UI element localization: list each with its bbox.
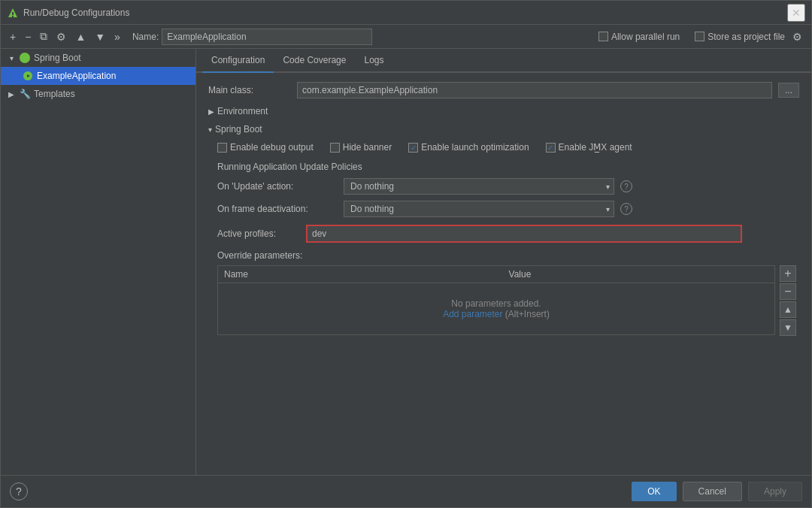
templates-expand-arrow: ▶ (7, 90, 16, 98)
params-empty: No parameters added. Add parameter (Alt+… (224, 286, 768, 331)
store-project-gear-button[interactable]: ⚙ (789, 29, 805, 44)
tab-configuration[interactable]: Configuration (202, 49, 274, 73)
store-project-label: Store as project file (707, 32, 785, 42)
enable-jmx-label: Enable JM̲X agent (559, 142, 632, 153)
sidebar-item-spring-boot-group[interactable]: ▾ Spring Boot (1, 49, 195, 67)
profile-input-wrapper (306, 225, 742, 243)
main-content: ▾ Spring Boot ExampleApplication ▶ 🔧 Tem… (1, 49, 811, 475)
enable-launch-item: Enable launch optimization (408, 142, 529, 153)
name-label: Name: (132, 32, 159, 42)
on-update-row: On 'Update' action: Do nothing Update cl… (217, 178, 799, 195)
cancel-button[interactable]: Cancel (683, 482, 742, 501)
allow-parallel-row: Allow parallel run (598, 32, 680, 42)
on-update-label: On 'Update' action: (217, 181, 338, 192)
title-bar: Run/Debug Configurations ✕ (1, 1, 811, 25)
spring-boot-expand-arrow: ▾ (7, 54, 16, 62)
sidebar-item-templates-label: Templates (34, 89, 75, 99)
remove-config-button[interactable]: − (22, 29, 34, 44)
tabs-bar: Configuration Code Coverage Logs (196, 49, 811, 73)
active-profiles-row: Active profiles: (217, 225, 799, 243)
table-remove-button[interactable]: − (780, 283, 796, 300)
spring-boot-options-row: Enable debug output Hide banner Enable l… (217, 142, 799, 153)
enable-debug-checkbox[interactable] (217, 143, 227, 153)
params-table: Name Value No parameters added. (217, 265, 775, 335)
svg-rect-1 (12, 12, 14, 15)
apply-button[interactable]: Apply (748, 482, 802, 501)
add-param-shortcut: (Alt+Insert) (505, 309, 550, 319)
store-project-checkbox[interactable] (695, 32, 704, 41)
name-input[interactable] (162, 29, 372, 45)
environment-section-header[interactable]: ▶ Environment (208, 106, 799, 116)
policies-title: Running Application Update Policies (217, 162, 799, 172)
enable-launch-checkbox[interactable] (408, 143, 418, 153)
templates-icon: 🔧 (19, 88, 31, 100)
sidebar-item-spring-boot-label: Spring Boot (34, 53, 81, 63)
main-class-row: Main class: ... (208, 82, 799, 98)
col-header-name: Name (218, 266, 503, 283)
toolbar: + − ⧉ ⚙ ▲ ▼ » Name: Allow parallel run S… (1, 25, 811, 49)
spring-boot-section-header[interactable]: ▾ Spring Boot (208, 124, 799, 135)
run-debug-dialog: Run/Debug Configurations ✕ + − ⧉ ⚙ ▲ ▼ »… (0, 0, 812, 508)
add-parameter-link[interactable]: Add parameter (443, 309, 505, 319)
hide-banner-item: Hide banner (330, 142, 392, 153)
col-header-value: Value (503, 266, 775, 283)
spring-boot-icon (19, 52, 31, 64)
help-button[interactable]: ? (10, 482, 28, 500)
main-class-input[interactable] (297, 82, 772, 98)
on-frame-help-icon[interactable]: ? (620, 203, 632, 215)
no-params-label: No parameters added. (451, 298, 541, 309)
tab-logs[interactable]: Logs (355, 49, 392, 73)
bottom-left: ? (10, 482, 28, 500)
ok-button[interactable]: OK (632, 482, 676, 501)
browse-main-class-button[interactable]: ... (778, 83, 799, 98)
move-up-button[interactable]: ▲ (72, 29, 89, 44)
spring-boot-section-arrow: ▾ (208, 125, 212, 134)
enable-jmx-checkbox[interactable] (546, 143, 556, 153)
right-panel: Configuration Code Coverage Logs Main cl… (196, 49, 811, 475)
policies-section: Running Application Update Policies On '… (217, 162, 799, 217)
sidebar-item-example-app-label: ExampleApplication (37, 71, 116, 81)
allow-parallel-label: Allow parallel run (611, 32, 680, 42)
override-parameters-section: Override parameters: Name Value (217, 250, 799, 335)
spring-boot-section-label: Spring Boot (215, 124, 262, 135)
active-profiles-input[interactable] (306, 225, 742, 243)
on-frame-select-wrapper: Do nothing Update classes and resources … (344, 201, 614, 217)
bottom-bar: ? OK Cancel Apply (1, 475, 811, 507)
enable-jmx-item: Enable JM̲X agent (546, 142, 632, 153)
more-options-button[interactable]: » (111, 29, 123, 44)
allow-parallel-checkbox[interactable] (598, 32, 608, 41)
settings-config-button[interactable]: ⚙ (53, 29, 69, 44)
enable-debug-item: Enable debug output (217, 142, 314, 153)
copy-config-button[interactable]: ⧉ (37, 29, 50, 44)
store-project-row: Store as project file ⚙ (695, 29, 805, 44)
bottom-right: OK Cancel Apply (632, 482, 802, 501)
on-update-select[interactable]: Do nothing Update classes and resources … (344, 178, 614, 195)
on-update-help-icon[interactable]: ? (620, 180, 632, 192)
table-down-button[interactable]: ▼ (780, 319, 796, 336)
dialog-icon (7, 7, 19, 19)
hide-banner-label: Hide banner (343, 142, 392, 153)
on-frame-select[interactable]: Do nothing Update classes and resources … (344, 201, 614, 217)
move-down-button[interactable]: ▼ (92, 29, 108, 44)
close-button[interactable]: ✕ (787, 4, 805, 22)
sidebar-item-templates[interactable]: ▶ 🔧 Templates (1, 85, 195, 103)
table-up-button[interactable]: ▲ (780, 301, 796, 318)
spring-boot-section-content: Enable debug output Hide banner Enable l… (217, 142, 799, 335)
tab-code-coverage[interactable]: Code Coverage (274, 49, 355, 73)
dialog-title: Run/Debug Configurations (23, 8, 787, 18)
active-profiles-label: Active profiles: (217, 228, 300, 239)
table-add-button[interactable]: + (780, 265, 796, 282)
sidebar-item-example-app[interactable]: ExampleApplication (1, 67, 195, 85)
environment-arrow: ▶ (208, 107, 214, 116)
sidebar: ▾ Spring Boot ExampleApplication ▶ 🔧 Tem… (1, 49, 196, 475)
override-label: Override parameters: (217, 250, 799, 261)
on-frame-label: On frame deactivation: (217, 204, 338, 214)
main-class-label: Main class: (208, 85, 291, 95)
on-frame-row: On frame deactivation: Do nothing Update… (217, 201, 799, 217)
enable-debug-label: Enable debug output (230, 142, 314, 153)
add-config-button[interactable]: + (7, 29, 19, 44)
config-panel: Main class: ... ▶ Environment ▾ Spring B… (196, 73, 811, 475)
params-empty-cell: No parameters added. Add parameter (Alt+… (218, 283, 775, 335)
hide-banner-checkbox[interactable] (330, 143, 340, 153)
on-update-select-wrapper: Do nothing Update classes and resources … (344, 178, 614, 195)
